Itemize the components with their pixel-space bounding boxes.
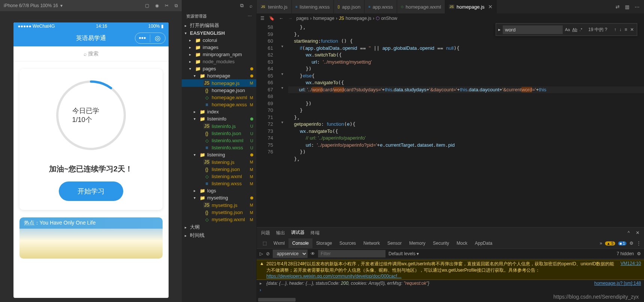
rotate-icon[interactable]: ▢ — [145, 3, 149, 8]
cut-icon[interactable]: ✂ — [165, 3, 169, 8]
dtab-memory[interactable]: Memory — [405, 238, 429, 248]
tab-problems[interactable]: 问题 — [261, 228, 270, 238]
section-outline[interactable]: ▸大纲 — [182, 223, 256, 231]
dtab-sources[interactable]: Sources — [336, 238, 360, 248]
find-close-icon[interactable]: ✕ — [630, 27, 634, 32]
files-icon[interactable]: ⧉ — [240, 3, 244, 9]
bookmark-icon[interactable]: 🔖 — [269, 16, 275, 21]
search-icon[interactable]: ⌕ — [250, 3, 253, 9]
tree-item-homepage-js[interactable]: JShomepage.jsM — [182, 79, 256, 87]
find-selection-icon[interactable]: ≡ — [625, 27, 627, 32]
editor-tab-app-json[interactable]: {}app.json — [334, 0, 365, 13]
tree-item-homepage-wxml[interactable]: ◇homepage.wxmlM — [182, 94, 256, 101]
tree-item-listeninfo-json[interactable]: {}listeninfo.jsonU — [182, 130, 256, 137]
breadcrumbs[interactable]: pages › homepage › JS homepage.js › ⬡ on… — [296, 16, 397, 21]
target-icon[interactable]: ◎ — [150, 34, 165, 42]
hot-card[interactable]: 热点：You Have Only One Life — [19, 217, 163, 259]
console-content[interactable]: ▲ 2021年4月28日24时以后发布的新版本小程序，开发者通过组件调用wx.g… — [257, 259, 644, 298]
console-play-icon[interactable]: ▷ — [260, 251, 263, 256]
tree-item-listeninfo-wxss[interactable]: ≡listeninfo.wxssU — [182, 144, 256, 151]
section-timeline[interactable]: ▸时间线 — [182, 231, 256, 240]
filter-input[interactable] — [318, 250, 386, 257]
dock-icon[interactable]: ⋮ — [637, 241, 641, 246]
editor-tab-homepage-wxml[interactable]: ◇homepage.wxml — [397, 0, 445, 13]
tree-item-listening-js[interactable]: JSlistening.jsM — [182, 158, 256, 166]
regex-icon[interactable]: .* — [580, 27, 582, 32]
expand-icon[interactable]: » — [600, 241, 602, 246]
dtab-wxml[interactable]: Wxml — [270, 238, 288, 248]
dtab-network[interactable]: Network — [360, 238, 384, 248]
inspect-icon[interactable]: ⬚ — [263, 241, 267, 246]
tree-item-mysetting-wxml[interactable]: ◇mysetting.wxmlM — [182, 216, 256, 223]
tree-item-listeninfo-js[interactable]: JSlisteninfo.jsU — [182, 122, 256, 130]
dtab-appdata[interactable]: AppData — [471, 238, 496, 248]
panel-close-icon[interactable]: ✕ — [636, 230, 640, 235]
console-prompt[interactable]: › — [257, 287, 644, 293]
editor-tab-homepage-js[interactable]: JShomepage.js✕ — [445, 0, 497, 13]
whole-word-icon[interactable]: Ab — [572, 27, 577, 32]
dtab-storage[interactable]: Storage — [312, 238, 336, 248]
levels-select[interactable]: Default levels ▾ — [388, 251, 419, 256]
find-next-icon[interactable]: ↓ — [619, 27, 622, 32]
find-input[interactable] — [503, 25, 563, 34]
tree-item-homepage-json[interactable]: {}homepage.json — [182, 87, 256, 94]
tree-item-homepage[interactable]: ▾📁homepage — [182, 72, 256, 79]
match-case-icon[interactable]: Aa — [565, 27, 570, 32]
tree-item-logs[interactable]: ▸📁logs — [182, 187, 256, 194]
tree-item-pages[interactable]: ▾📁pages — [182, 65, 256, 72]
tab-output[interactable]: 输出 — [276, 228, 285, 238]
tree-item-colorui[interactable]: ▸📁colorui — [182, 37, 256, 44]
eye-icon[interactable]: 👁 — [311, 251, 315, 256]
tree-item-listening-json[interactable]: {}listening.jsonM — [182, 166, 256, 173]
dtab-sensor[interactable]: Sensor — [384, 238, 405, 248]
capsule-button[interactable]: ••• ◎ — [135, 33, 166, 44]
editor-tab-listening-wxss[interactable]: ≡listening.wxss — [292, 0, 334, 13]
tab-debugger[interactable]: 调试器 — [291, 227, 305, 238]
forward-icon[interactable]: → — [288, 16, 293, 21]
tree-item-listeninfo-wxml[interactable]: ◇listeninfo.wxmlU — [182, 137, 256, 144]
back-icon[interactable]: ← — [279, 16, 284, 21]
panel-maximize-icon[interactable]: ^ — [628, 230, 630, 235]
section-open-editors[interactable]: ▸打开的编辑器 — [182, 21, 256, 30]
context-select[interactable]: appservice — [273, 250, 308, 258]
search-bar[interactable]: ⌕ 搜索 — [13, 46, 169, 61]
popout-icon[interactable]: ⧉ — [175, 3, 178, 8]
settings-icon[interactable]: ⚙ — [629, 241, 634, 246]
info-badge[interactable]: ■ 1 — [618, 241, 626, 245]
tree-item-mysetting[interactable]: ▾📁mysetting — [182, 194, 256, 201]
tree-item-listening-wxml[interactable]: ◇listening.wxmlM — [182, 173, 256, 180]
more-icon[interactable]: ⋯ — [635, 4, 640, 10]
find-prev-icon[interactable]: ↑ — [614, 27, 616, 32]
console-clear-icon[interactable]: ⊘ — [266, 251, 270, 256]
section-project[interactable]: ▾EASYENGLISH — [182, 30, 256, 37]
editor-tab-teninfo-js[interactable]: JSteninfo.js — [257, 0, 292, 13]
editor-body[interactable]: 58596061626364656667686970717273747576 ▾… — [257, 23, 644, 227]
dtab-console[interactable]: Console — [288, 238, 312, 248]
more-icon[interactable]: ⋯ — [248, 14, 252, 19]
log-source[interactable]: homepage.js? [sm]:148 — [594, 281, 641, 286]
console-settings-icon[interactable]: ⚙ — [637, 251, 641, 256]
tab-terminal[interactable]: 终端 — [311, 228, 320, 238]
warning-source[interactable]: VM124:10 — [620, 261, 641, 266]
tree-item-listeninfo[interactable]: ▾📁listeninfo — [182, 115, 256, 122]
hidden-count[interactable]: 7 hidden — [617, 251, 634, 256]
tree-item-miniprogram_npm[interactable]: ▸📁miniprogram_npm — [182, 51, 256, 58]
tree-item-images[interactable]: ▸📁images — [182, 44, 256, 51]
dtab-security[interactable]: Security — [429, 238, 453, 248]
start-learning-button[interactable]: 开始学习 — [59, 181, 123, 201]
record-icon[interactable]: ◉ — [155, 3, 159, 8]
code-content[interactable]: }, }, startlearing:function () { if(app.… — [288, 23, 644, 227]
tree-item-listening[interactable]: ▾📁listening — [182, 151, 256, 158]
tree-item-listening-wxss[interactable]: ≡listening.wxssM — [182, 180, 256, 187]
device-selector[interactable]: iPhone 6/7/8 Plus 100% 16▾ — [4, 3, 63, 8]
list-icon[interactable]: ☰ — [260, 16, 264, 21]
split-icon[interactable]: ▥ — [625, 4, 629, 10]
tree-item-index[interactable]: ▸📁index — [182, 108, 256, 115]
warn-badge[interactable]: ▲ 5 — [605, 241, 615, 245]
menu-icon[interactable]: ••• — [135, 34, 150, 42]
editor-tab-app-wxss[interactable]: ≡app.wxss — [365, 0, 397, 13]
tree-item-homepage-wxss[interactable]: ≡homepage.wxssM — [182, 101, 256, 108]
dtab-mock[interactable]: Mock — [453, 238, 471, 248]
tree-item-node_modules[interactable]: ▸📁node_modules — [182, 58, 256, 65]
tree-item-mysetting-js[interactable]: JSmysetting.jsM — [182, 201, 256, 209]
